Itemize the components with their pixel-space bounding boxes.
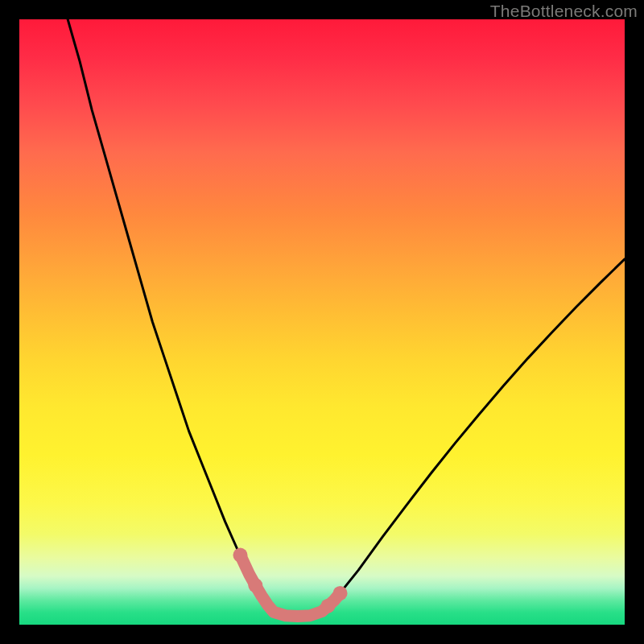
chart-svg bbox=[19, 19, 625, 625]
watermark-text: TheBottleneck.com bbox=[490, 2, 638, 21]
highlight-marker bbox=[333, 586, 348, 601]
bottleneck-curve bbox=[68, 19, 625, 616]
highlight-marker bbox=[233, 548, 247, 563]
highlight-marker bbox=[321, 599, 336, 613]
outer-frame: TheBottleneck.com bbox=[0, 0, 644, 644]
highlight-marker bbox=[248, 578, 262, 592]
plot-area bbox=[19, 19, 625, 625]
